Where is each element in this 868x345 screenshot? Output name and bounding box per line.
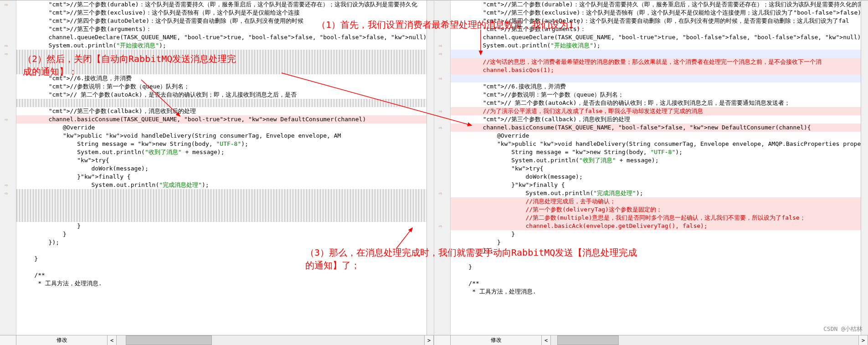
code-line[interactable]: channel.basicConsume(TASK_QUEUE_NAME, "b…: [16, 115, 426, 124]
code-line[interactable]: /**: [16, 271, 426, 279]
code-line[interactable]: "cmt">//第三个参数(callback)，消息收到后的处理: [16, 107, 426, 115]
code-line[interactable]: * 工具方法，处理消息.: [451, 288, 861, 296]
code-line[interactable]: "cmt">// 第二个参数(autoAck)，是否去自动的确认收到；即，这儿接…: [451, 99, 861, 107]
code-line[interactable]: doWork(message);: [451, 173, 861, 181]
code-line[interactable]: System.out.println("开始接收消息");: [16, 41, 426, 50]
code-line[interactable]: doWork(message);: [16, 165, 426, 173]
code-area-right[interactable]: "cmt">//第二个参数(durable)：这个队列是否需要持久（即，服务重启…: [451, 0, 861, 335]
code-line[interactable]: System.out.println("开始接收消息");: [451, 41, 861, 50]
code-line[interactable]: [451, 74, 861, 82]
gutter-diff-arrow-icon[interactable]: ⇨: [439, 108, 442, 114]
gutter-diff-arrow-icon[interactable]: ⇨: [5, 42, 8, 49]
code-line[interactable]: }: [16, 255, 426, 263]
gutter-diff-arrow-icon[interactable]: ⇨: [5, 182, 8, 188]
code-line[interactable]: //第二参数(multiple)意思是，我们是否同时多个消息一起确认，这儿我们不…: [451, 214, 861, 222]
code-line[interactable]: //为了演示公平派遣，我们这儿改成了false，即我么手动却发送处理了完成的消息: [451, 107, 861, 115]
gutter-diff-arrow-icon[interactable]: ⇨: [439, 124, 442, 131]
code-line[interactable]: "cmt">//第三个参数(exclusive)：这个队列是否独有（即，这个队列…: [451, 9, 861, 17]
code-line[interactable]: }: [16, 222, 426, 230]
code-line[interactable]: "cmt">//第二个参数(durable)：这个队列是否需要持久（即，服务重启…: [16, 0, 426, 9]
vertical-scrollbar-right[interactable]: [861, 0, 868, 335]
code-line[interactable]: "kw">try{: [16, 156, 426, 165]
hscroll-thumb-left[interactable]: [126, 335, 212, 345]
code-line[interactable]: "cmt">//第四个参数(autoDelete)：这个队列是否需要自动删除（即…: [451, 17, 861, 25]
code-line[interactable]: }: [451, 238, 861, 247]
code-line[interactable]: }"kw">finally {: [451, 181, 861, 189]
hscroll-track-right[interactable]: [551, 335, 859, 345]
code-line[interactable]: @Override: [451, 132, 861, 140]
code-line[interactable]: [16, 99, 426, 107]
hscroll-thumb-right[interactable]: [557, 335, 619, 345]
code-line[interactable]: "kw">public "kw">void handleDelivery(Str…: [16, 132, 426, 140]
code-line[interactable]: channel.basicConsume(TASK_QUEUE_NAME, "b…: [451, 124, 861, 132]
scroll-right-button-r[interactable]: >: [859, 335, 868, 345]
code-line[interactable]: });: [16, 238, 426, 247]
code-line[interactable]: "cmt">//第三个参数(exclusive)：这个队列是否独有（即，这个队列…: [16, 9, 426, 17]
code-line[interactable]: @Override: [16, 124, 426, 132]
scroll-left-button[interactable]: <: [108, 335, 117, 345]
gutter-diff-arrow-icon[interactable]: ⇨: [439, 223, 442, 229]
code-line[interactable]: String message = "kw">new String(body, "…: [451, 148, 861, 156]
code-line[interactable]: [451, 271, 861, 279]
code-line[interactable]: "kw">try{: [451, 165, 861, 173]
gutter-diff-arrow-icon[interactable]: ⇨: [439, 51, 442, 57]
code-line[interactable]: channel.basicQos(1);: [451, 66, 861, 74]
vertical-scrollbar-left[interactable]: [426, 0, 434, 335]
gutter-diff-arrow-icon[interactable]: ⇨: [5, 190, 8, 196]
gutter-diff-arrow-icon[interactable]: ⇨: [439, 190, 442, 196]
code-line[interactable]: System.out.println("收到了消息" + message);: [16, 148, 426, 156]
code-line[interactable]: "cmt">// 第二个参数(autoAck)，是否去自动的确认收到；即，这儿接…: [16, 91, 426, 99]
code-line[interactable]: "cmt">//第二个参数(durable)：这个队列是否需要持久（即，服务重启…: [451, 0, 861, 9]
right-pane: ⇨⇨⇨⇨⇨⇨⇨ "cmt">//第二个参数(durable)：这个队列是否需要持…: [434, 0, 868, 345]
code-line[interactable]: "cmt">//第五个参数(arguments)：: [16, 25, 426, 33]
scroll-left-button-r[interactable]: <: [542, 335, 551, 345]
code-line[interactable]: /**: [451, 279, 861, 288]
code-line[interactable]: //消息处理完成后，去手动确认；: [451, 197, 861, 206]
code-line[interactable]: [16, 66, 426, 74]
code-line[interactable]: System.out.println("完成消息处理");: [16, 181, 426, 189]
code-line[interactable]: [451, 255, 861, 263]
status-label-right: 修改: [451, 335, 542, 345]
gutter-diff-arrow-icon[interactable]: ⇨: [5, 116, 8, 123]
code-line[interactable]: "cmt">//6.接收消息，并消费: [451, 82, 861, 91]
code-line[interactable]: //第一个参数(deliveryTag)这个参数是固定的；: [451, 206, 861, 214]
scroll-right-button[interactable]: >: [425, 335, 434, 345]
code-line[interactable]: }"kw">finally {: [16, 173, 426, 181]
code-line[interactable]: [16, 206, 426, 214]
status-label-left: 修改: [16, 335, 108, 345]
gutter-diff-arrow-icon[interactable]: ⇨: [5, 51, 8, 57]
code-line[interactable]: String message = "kw">new String(body, "…: [16, 140, 426, 148]
code-line[interactable]: "cmt">//参数说明：第一个参数（queue）队列名；: [16, 82, 426, 91]
code-line[interactable]: [16, 58, 426, 66]
code-line[interactable]: [16, 263, 426, 271]
code-line[interactable]: [16, 50, 426, 58]
code-line[interactable]: [16, 197, 426, 206]
code-line[interactable]: System.out.println("完成消息处理");: [451, 189, 861, 197]
code-line[interactable]: [451, 50, 861, 58]
code-line[interactable]: });: [451, 247, 861, 255]
code-line[interactable]: [16, 189, 426, 197]
code-line[interactable]: }: [451, 263, 861, 271]
code-line[interactable]: channel.basicAck(envelope.getDeliveryTag…: [451, 222, 861, 230]
code-area-left[interactable]: "cmt">//第二个参数(durable)：这个队列是否需要持久（即，服务重启…: [16, 0, 426, 335]
code-line[interactable]: "cmt">//第四个参数(autoDelete)：这个队列是否需要自动删除（即…: [16, 17, 426, 25]
code-line[interactable]: * 工具方法，处理消息.: [16, 279, 426, 288]
gutter-spacer: [0, 335, 16, 345]
code-line[interactable]: }: [451, 230, 861, 238]
code-line[interactable]: channel.queueDeclare(TASK_QUEUE_NAME, "b…: [16, 33, 426, 41]
code-line[interactable]: [16, 214, 426, 222]
code-line[interactable]: "cmt">//参数说明：第一个参数（queue）队列名；: [451, 91, 861, 99]
code-line[interactable]: "kw">public "kw">void handleDelivery(Str…: [451, 140, 861, 148]
code-line[interactable]: channel.queueDeclare(TASK_QUEUE_NAME, "b…: [451, 33, 861, 41]
gutter-diff-arrow-icon[interactable]: ⇨: [439, 42, 442, 49]
code-line[interactable]: [16, 247, 426, 255]
code-line[interactable]: }: [16, 230, 426, 238]
hscroll-track-left[interactable]: [117, 335, 425, 345]
code-line[interactable]: "cmt">//第三个参数(callback)，消息收到后的处理: [451, 115, 861, 124]
code-line[interactable]: "cmt">//第五个参数(arguments)：: [451, 25, 861, 33]
code-line[interactable]: System.out.println("收到了消息" + message);: [451, 156, 861, 165]
code-line[interactable]: //这句话的意思，这个消费者最希望处理的消息的数量；那么效果就是，这个消费者在处…: [451, 58, 861, 66]
code-line[interactable]: "cmt">//6.接收消息，并消费: [16, 74, 426, 82]
gutter-diff-arrow-icon[interactable]: ⇨: [439, 75, 442, 82]
gutter-diff-arrow-icon[interactable]: ⇨: [5, 1, 8, 8]
